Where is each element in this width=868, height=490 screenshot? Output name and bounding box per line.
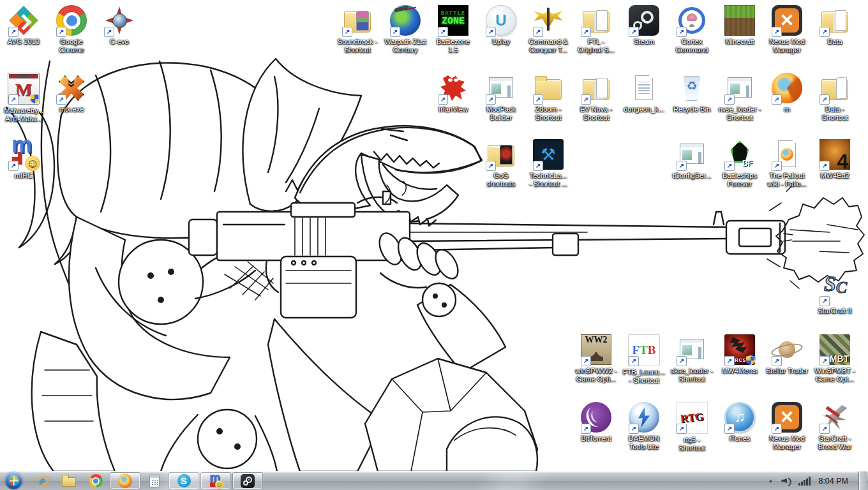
icon-label: Data - Shortcut	[811, 105, 858, 122]
desktop-icon-command-and-conquer[interactable]: Command & Conquer T...	[525, 5, 572, 54]
icon-label: Google Chrome	[48, 38, 95, 54]
desktop-icon-data-shortcut[interactable]: Data - Shortcut	[811, 73, 858, 122]
show-hidden-icons-button[interactable]: ▲	[766, 478, 775, 484]
shortcut-arrow-icon	[724, 161, 735, 171]
shortcut-arrow-icon	[772, 424, 782, 434]
shortcut-arrow-icon	[629, 356, 639, 366]
desktop-icon-warpath-21st-century[interactable]: Warpath 21st Century	[382, 5, 429, 54]
desktop-icon-dungeon-k[interactable]: dungeon_k...	[620, 73, 668, 114]
desktop-icon-skse-loader[interactable]: skse_loader - Shortcut	[668, 334, 715, 383]
dungeon-k-icon	[629, 73, 659, 103]
clock[interactable]: 8:04 PM	[817, 477, 852, 486]
desktop-icon-ftl-original-soundtrack[interactable]: FTL - Original S...	[572, 5, 620, 54]
desktop-icon-ev-nova[interactable]: EV Nova - Shortcut	[572, 73, 620, 122]
desktop-icon-modpack-builder[interactable]: ModPack Builder	[477, 73, 525, 122]
taskbar-button-windows-explorer[interactable]	[56, 473, 82, 489]
shortcut-arrow-icon	[819, 356, 830, 366]
taskbar-button-firefox[interactable]	[110, 472, 140, 489]
icon-label: mIRC	[0, 172, 47, 180]
desktop-icon-data[interactable]: Data	[811, 5, 858, 46]
icon-label: BitTorrent	[572, 434, 620, 443]
taskbar-button-internet-explorer[interactable]	[29, 473, 55, 489]
shortcut-arrow-icon	[724, 424, 735, 434]
taskbar-button-skype[interactable]	[168, 472, 199, 489]
desktop-icon-tconfig-server[interactable]: tConfigSer...	[668, 139, 715, 180]
desktop-icon-cortex-command[interactable]: Cortex Command	[668, 5, 715, 54]
desktop-icon-stellar-trader[interactable]: Stellar Trader	[763, 334, 811, 375]
desktop-icon-avg-2013[interactable]: AVG 2013	[0, 5, 47, 46]
network-signal-icon[interactable]	[798, 477, 811, 486]
desktop-icon-itunes[interactable]: iTunes	[716, 402, 763, 443]
desktop-icon-daemon-tools-lite[interactable]: DAEMON Tools Lite	[620, 402, 668, 451]
desktop-icon-zdoom[interactable]: Zdoom - Shortcut	[525, 73, 572, 122]
icon-label: iTunes	[716, 434, 763, 443]
desktop-icon-winspmbt[interactable]: WinSPMBT - Game Opt...	[811, 334, 858, 383]
taskbar-button-steam[interactable]	[232, 472, 263, 489]
desktop-icon-m-firefox[interactable]: m	[763, 73, 811, 114]
desktop-icon-nvse-loader[interactable]: nvse_loader - Shortcut	[716, 73, 763, 122]
desktop-icon-technic-launcher[interactable]: TechnicLa... - Shortcut ...	[525, 139, 572, 188]
desktop-icon-uplay[interactable]: Uplay	[477, 5, 525, 46]
icon-label: Recycle Bin	[668, 105, 715, 114]
desktop-icon-battlezone-15[interactable]: Battlezone 1.5	[430, 5, 477, 54]
icon-label: nvse_loader - Shortcut	[716, 105, 763, 122]
desktop-icon-mw4ed2[interactable]: MW4Ed2	[811, 139, 858, 180]
desktop-icon-malwarebytes[interactable]: Malwareby... Anti-Malw...	[0, 73, 47, 123]
shortcut-arrow-icon	[438, 27, 448, 37]
shortcut-arrow-icon	[819, 94, 830, 105]
taskbar-buttons	[29, 472, 264, 489]
desktop-icon-winspww2[interactable]: winSPWW2 - Game Opti...	[572, 334, 620, 383]
desktop-icon-fallout-wiki[interactable]: The Fallout wiki - Fallo...	[763, 139, 811, 188]
taskbar: ▲ 8:04 PM	[0, 471, 868, 490]
icon-label: IrfanView	[430, 105, 477, 114]
taskbar-button-calculator[interactable]	[142, 473, 167, 489]
icon-label: MW4Ed2	[811, 172, 858, 180]
taskbar-button-google-chrome[interactable]	[83, 473, 108, 489]
desktop-icon-mirc[interactable]: mIRC	[0, 139, 47, 180]
desktop-icon-nexus-mod-manager[interactable]: Nexus Mod Manager	[763, 5, 811, 54]
desktop-icon-gog-shortcuts[interactable]: GoG shortcuts	[477, 139, 525, 188]
internet-explorer-icon	[34, 473, 50, 489]
icon-label: Battleships Forever	[716, 172, 763, 188]
desktop-icon-recycle-bin[interactable]: Recycle Bin	[668, 73, 715, 114]
desktop-icon-battleships-forever[interactable]: Battleships Forever	[716, 139, 763, 188]
shortcut-arrow-icon	[533, 27, 543, 37]
desktop-icon-bittorrent[interactable]: BitTorrent	[572, 402, 620, 443]
icon-label: AVG 2013	[0, 38, 47, 46]
icon-label: TechnicLa... - Shortcut ...	[525, 172, 572, 188]
shortcut-arrow-icon	[629, 27, 639, 37]
icon-label: GoG shortcuts	[477, 172, 525, 188]
start-button[interactable]	[5, 472, 22, 489]
show-desktop-button[interactable]	[858, 471, 867, 490]
firefox-icon	[118, 474, 132, 488]
desktop-icon-starcraft-brood-war[interactable]: StarCraft - Brood War	[811, 402, 858, 451]
desktop-icon-minecraft[interactable]: Minecraft	[716, 5, 763, 46]
desktop-icon-c-evo[interactable]: C-evo	[96, 5, 143, 46]
calculator-icon	[147, 473, 162, 489]
shortcut-arrow-icon	[8, 94, 19, 105]
desktop-icon-starcraft-2[interactable]: StarCraft II	[811, 274, 858, 315]
shortcut-arrow-icon	[486, 27, 496, 37]
shortcut-arrow-icon	[390, 27, 400, 37]
desktop-icon-soundtrack[interactable]: Soundtrack - Shortcut	[334, 5, 381, 54]
desktop-icon-google-chrome[interactable]: Google Chrome	[48, 5, 95, 54]
volume-icon[interactable]	[781, 476, 792, 486]
desktop-icon-nexus-mod-manager-2[interactable]: Nexus Mod Manager	[763, 402, 811, 451]
desktop-icon-mtx-exe[interactable]: mtx.exe	[48, 73, 95, 114]
desktop-icon-steam[interactable]: Steam	[620, 5, 668, 46]
shortcut-arrow-icon	[819, 161, 830, 171]
mirc-icon	[208, 473, 223, 489]
icon-label: Nexus Mod Manager	[763, 434, 811, 451]
shortcut-arrow-icon	[772, 356, 782, 366]
desktop-surface: AVG 2013 Google Chrome C-evo Soundtrack …	[0, 0, 868, 471]
desktop-icon-rtg5[interactable]: rtg5 - Shortcut	[668, 402, 715, 452]
desktop-icon-ftb-launcher[interactable]: FTB_Launc... - Shortcut	[620, 334, 668, 385]
taskbar-button-mirc[interactable]	[200, 472, 231, 489]
icon-label: StarCraft II	[811, 307, 858, 315]
desktop-icon-mw4mercs[interactable]: MW4Mercs	[716, 334, 763, 375]
icon-label: EV Nova - Shortcut	[572, 105, 620, 122]
desktop-icon-irfanview[interactable]: IrfanView	[430, 73, 477, 114]
icon-label: Data	[811, 38, 858, 46]
icon-label: DAEMON Tools Lite	[620, 434, 668, 451]
shortcut-arrow-icon	[581, 94, 591, 105]
